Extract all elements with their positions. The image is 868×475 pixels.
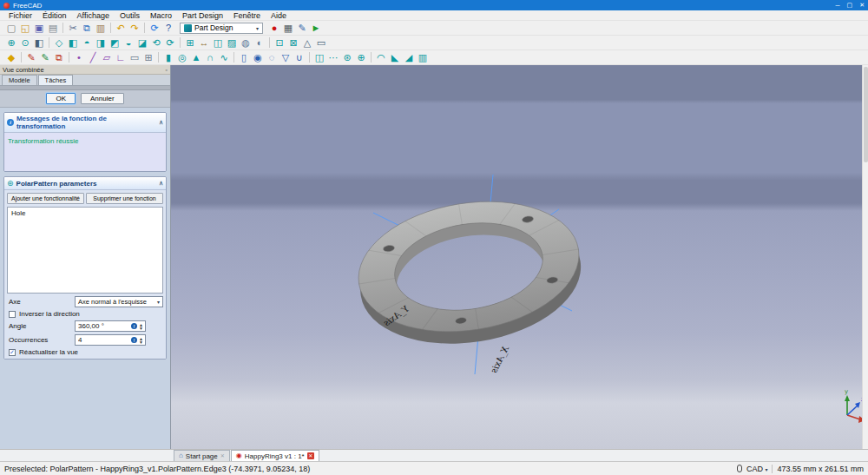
rotate-left-icon[interactable]: ⟲ (149, 36, 163, 49)
axonometric-view-icon[interactable]: ◇ (52, 36, 66, 49)
menu-fenetre[interactable]: Fenêtre (228, 11, 266, 20)
navigation-axis-cross[interactable]: x y z (845, 388, 862, 427)
polar-pattern-icon[interactable]: ⊛ (340, 51, 354, 64)
macro-record-icon[interactable]: ● (267, 22, 281, 35)
isometric-icon[interactable]: ⊞ (183, 36, 197, 49)
scrollbar-thumb[interactable] (864, 67, 868, 162)
update-view-checkbox[interactable]: ✓ Réactualiser la vue (7, 348, 163, 356)
right-scrollbar[interactable] (862, 65, 868, 449)
multitransform-icon[interactable]: ⊕ (354, 51, 368, 64)
rear-view-icon[interactable]: ◩ (108, 36, 122, 49)
redo-icon[interactable]: ↷ (128, 22, 141, 35)
measure-distance-icon[interactable]: ↔ (197, 36, 211, 49)
occurrences-input[interactable]: 4 f ▲▼ (75, 334, 146, 346)
refresh-icon[interactable]: ⟳ (148, 22, 161, 35)
expression-icon[interactable]: f (131, 323, 137, 329)
datum-point-icon[interactable]: • (72, 51, 86, 64)
front-view-icon[interactable]: ◧ (66, 36, 80, 49)
spin-down-icon[interactable]: ▼ (139, 327, 143, 330)
subtractive-loft-icon[interactable]: ▽ (279, 51, 293, 64)
cut-icon[interactable]: ✂ (66, 22, 80, 35)
nav-style-selector[interactable]: CAD ▾ (746, 465, 768, 473)
polar-pattern-header[interactable]: ⊛ PolarPattern parameters ∧ (4, 177, 166, 190)
collapse-icon[interactable]: ∧ (159, 180, 163, 187)
maximize-button[interactable]: ▢ (847, 2, 853, 9)
appearance-icon[interactable]: ◐ (253, 36, 266, 49)
feature-list[interactable]: Hole (7, 207, 163, 294)
3d-scene[interactable]: Y_Axis X_Axis x y z (171, 65, 862, 449)
bottom-view-icon[interactable]: ◒ (122, 36, 135, 49)
copy-icon[interactable]: ⧉ (80, 22, 94, 35)
menu-aide[interactable]: Aide (266, 11, 292, 20)
mdi-tab-start-page[interactable]: ⌂Start page✕ (174, 450, 230, 461)
undock-icon[interactable]: ▫ (166, 67, 168, 73)
reverse-direction-checkbox[interactable]: Inverser la direction (7, 310, 163, 318)
menu-macro[interactable]: Macro (145, 11, 177, 20)
draw-style-icon[interactable]: ◧ (32, 36, 46, 49)
collapse-icon[interactable]: ∧ (159, 119, 163, 126)
edit-sketch-icon[interactable]: ✎ (38, 51, 52, 64)
expression-icon[interactable]: f (131, 337, 137, 343)
clone-icon[interactable]: ⊞ (141, 51, 155, 64)
remove-feature-button[interactable]: Supprimer une fonction (86, 193, 163, 204)
pad-icon[interactable]: ▮ (161, 51, 175, 64)
chamfer-icon[interactable]: ◣ (388, 51, 402, 64)
transform-messages-header[interactable]: i Messages de la fonction de transformat… (4, 113, 166, 133)
whatsthis-icon[interactable]: ? (161, 22, 175, 35)
menu-part-design[interactable]: Part Design (177, 11, 228, 20)
macro-edit-icon[interactable]: ✎ (295, 22, 309, 35)
fit-all-icon[interactable]: ⊕ (4, 36, 18, 49)
macro-execute-icon[interactable]: ► (309, 22, 323, 35)
menu-edition[interactable]: Édition (37, 11, 72, 20)
revolution-icon[interactable]: ◎ (175, 51, 189, 64)
ok-button[interactable]: OK (46, 93, 76, 104)
create-sketch-icon[interactable]: ✎ (24, 51, 38, 64)
menu-fichier[interactable]: Fichier (3, 11, 37, 20)
perspective-icon[interactable]: △ (300, 36, 314, 49)
top-view-icon[interactable]: ◓ (80, 36, 94, 49)
save-icon[interactable]: ▣ (32, 22, 46, 35)
additive-loft-icon[interactable]: ▲ (189, 51, 203, 64)
mirrored-icon[interactable]: ◫ (312, 51, 326, 64)
shape-binder-icon[interactable]: ▭ (128, 51, 141, 64)
minimize-button[interactable]: ─ (836, 3, 840, 9)
datum-line-icon[interactable]: ╱ (86, 51, 100, 64)
subtractive-pipe-icon[interactable]: ∪ (293, 51, 306, 64)
fillet-icon[interactable]: ◠ (374, 51, 388, 64)
tab-close-button[interactable]: ✕ (220, 453, 225, 459)
close-button[interactable]: ✕ (859, 2, 865, 9)
undo-icon[interactable]: ↶ (114, 22, 128, 35)
thickness-icon[interactable]: ▥ (416, 51, 430, 64)
box-selection-icon[interactable]: ⊡ (273, 36, 286, 49)
texture-icon[interactable]: ▨ (225, 36, 239, 49)
additive-pipe-icon[interactable]: ∩ (203, 51, 217, 64)
local-cs-icon[interactable]: ∟ (114, 51, 128, 64)
right-view-icon[interactable]: ◨ (94, 36, 108, 49)
open-file-icon[interactable]: ◱ (18, 22, 32, 35)
axis-select[interactable]: Axe normal à l'esquisse ▾ (75, 296, 163, 307)
macros-dialog-icon[interactable]: ▦ (281, 22, 295, 35)
paste-icon[interactable]: ▥ (94, 22, 108, 35)
add-feature-button[interactable]: Ajouter une fonctionnalité (7, 193, 84, 204)
map-sketch-icon[interactable]: ⧉ (52, 51, 66, 64)
spin-down-icon[interactable]: ▼ (139, 340, 143, 344)
toggle-visibility-icon[interactable]: ◍ (239, 36, 253, 49)
draft-icon[interactable]: ◢ (402, 51, 416, 64)
menu-affichage[interactable]: Affichage (72, 11, 115, 20)
create-body-icon[interactable]: ◆ (4, 51, 18, 64)
datum-plane-icon[interactable]: ▱ (100, 51, 114, 64)
additive-helix-icon[interactable]: ∿ (217, 51, 231, 64)
groove-icon[interactable]: ◌ (265, 51, 279, 64)
tab-close-button[interactable]: ✕ (307, 452, 314, 459)
cancel-button[interactable]: Annuler (81, 93, 124, 104)
clipping-plane-icon[interactable]: ◫ (211, 36, 225, 49)
mdi-tab-happyring3-v1-1[interactable]: ◉HappyRing3 v1 : 1*✕ (231, 450, 319, 461)
fit-selection-icon[interactable]: ⊙ (18, 36, 32, 49)
new-file-icon[interactable]: ▢ (4, 22, 18, 35)
3d-viewport[interactable]: Y_Axis X_Axis x y z (171, 65, 862, 449)
print-icon[interactable]: ▤ (46, 22, 60, 35)
hole-icon[interactable]: ◉ (251, 51, 265, 64)
tab-modele[interactable]: Modèle (2, 75, 37, 85)
linear-pattern-icon[interactable]: ⋯ (326, 51, 340, 64)
select-all-icon[interactable]: ⊠ (286, 36, 300, 49)
